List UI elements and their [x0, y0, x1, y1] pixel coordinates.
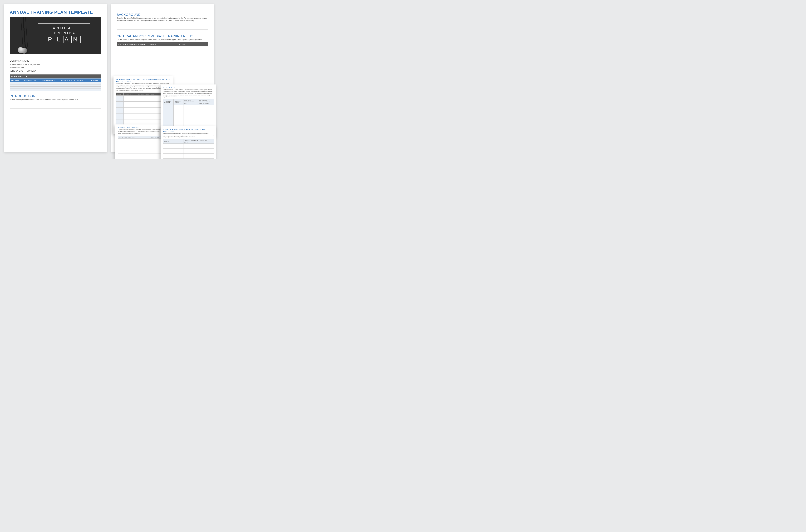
core-col-program: TRAINING PROGRAM / PROJECT / ACTIVITY: [184, 139, 214, 144]
resources-col-budget: TRAINING BUDGET: [163, 99, 174, 105]
introduction-heading: INTRODUCTION: [10, 94, 101, 98]
core-table: DRIVER TRAINING PROGRAM / PROJECT / ACTI…: [163, 139, 214, 159]
resources-col-travel: ESTIMATED TRAINING STAFF TRAVEL FUNDS: [198, 99, 214, 105]
doc-title: ANNUAL TRAINING PLAN TEMPLATE: [10, 10, 101, 15]
core-heading: CORE TRAINING PROGRAMS, PROJECTS, AND AC…: [163, 128, 214, 132]
critical-col-training: TRAINING: [147, 42, 177, 46]
vh-col-change: DESCRIPTION OF CHANGE: [59, 78, 89, 82]
vh-col-revdate: REVISION DATE: [40, 78, 59, 82]
separator: |: [25, 70, 25, 72]
background-desc: Describe the type(s) of training needs a…: [117, 17, 208, 22]
version-history-title: VERSION HISTORY: [10, 74, 101, 78]
hero-line3: PLAN: [40, 36, 88, 43]
goals-col-obj: OBJECTIVE: [123, 93, 136, 96]
critical-col-notes: NOTES: [177, 42, 208, 46]
company-version-line: VERSION 0.0.0 | MM/DD/YY: [10, 69, 101, 73]
company-date: MM/DD/YY: [27, 70, 36, 72]
company-meta: COMPANY NAME Street Address, City, State…: [10, 59, 101, 73]
goals-col-metric: PERFORMANCE METRIC: [136, 93, 159, 96]
critical-desc: List the critical or immediate training …: [117, 38, 208, 41]
company-name: COMPANY NAME: [10, 59, 101, 63]
hero-title-box: ANNUAL TRAINING PLAN: [38, 23, 90, 46]
critical-heading: CRITICAL AND/OR IMMEDIATE TRAINING NEEDS: [117, 34, 208, 38]
core-col-driver: DRIVER: [163, 139, 184, 144]
workspace: ANNUAL TRAINING PLAN TEMPLATE ANNUAL TRA…: [4, 4, 226, 155]
mini-core: CORE TRAINING PROGRAMS, PROJECTS, AND AC…: [160, 126, 216, 159]
hero-line1: ANNUAL: [40, 26, 88, 30]
version-history-table: VERSION HISTORY VERSION APPROVED BY REVI…: [10, 74, 101, 91]
critical-col-need: CRITICAL / IMMEDIATE NEED: [117, 42, 147, 46]
resources-desc: List the resources — budget and staff — …: [163, 89, 214, 98]
company-address: Street Address, City, State, and Zip: [10, 63, 101, 66]
goals-heading: TRAINING GOALS, OBJECTIVES, PERFORMANCE …: [116, 78, 171, 82]
vh-col-approved: APPROVED BY: [22, 78, 40, 82]
background-heading: BACKGROUND: [117, 13, 208, 17]
hero-line2: TRAINING: [40, 31, 88, 35]
resources-col-staff: TRAINING STAFF: [173, 99, 183, 105]
mandatory-col-training: MANDATORY TRAINING: [118, 136, 150, 138]
background-field[interactable]: [117, 23, 208, 30]
introduction-field[interactable]: [10, 102, 101, 109]
hero-image: ANNUAL TRAINING PLAN: [10, 17, 101, 54]
column-2: BACKGROUND Describe the type(s) of train…: [111, 4, 214, 155]
resources-heading: RESOURCES: [163, 87, 214, 89]
company-version: VERSION 0.0.0: [10, 70, 23, 72]
lanyard-graphic: [20, 17, 28, 49]
resources-col-fte: FULL-TIME EQUIVALENTS (FTE): [183, 99, 198, 105]
page-1: ANNUAL TRAINING PLAN TEMPLATE ANNUAL TRA…: [4, 4, 107, 152]
core-desc: List the core training activities and se…: [163, 133, 214, 138]
goals-col-goal: GOAL: [116, 93, 123, 96]
vh-col-author: AUTHOR: [89, 78, 101, 82]
vh-col-version: VERSION: [10, 78, 22, 82]
company-web: webaddress.com: [10, 66, 101, 69]
introduction-desc: Include your organization's mission and …: [10, 98, 101, 101]
